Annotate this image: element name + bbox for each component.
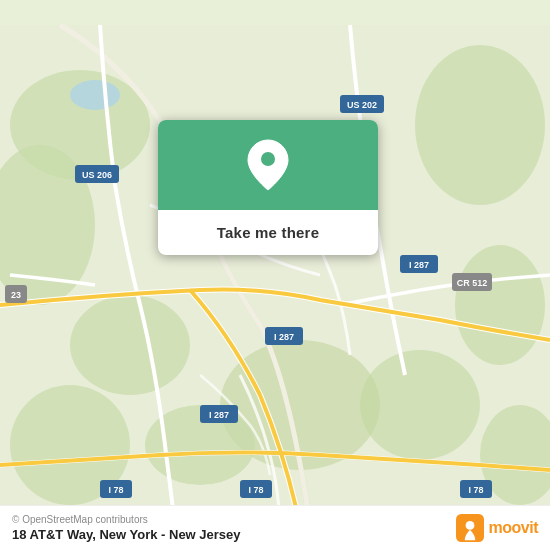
svg-text:I 287: I 287 <box>209 410 229 420</box>
take-me-there-button[interactable]: Take me there <box>217 224 319 241</box>
svg-text:23: 23 <box>11 290 21 300</box>
moovit-icon <box>456 514 484 542</box>
popup-card: Take me there <box>158 120 378 255</box>
popup-map-section <box>158 120 378 210</box>
location-pin-icon <box>246 138 290 192</box>
svg-text:US 202: US 202 <box>347 100 377 110</box>
svg-text:I 78: I 78 <box>468 485 483 495</box>
popup-button-section[interactable]: Take me there <box>158 210 378 255</box>
svg-text:I 287: I 287 <box>274 332 294 342</box>
bottom-bar: © OpenStreetMap contributors 18 AT&T Way… <box>0 505 550 550</box>
svg-text:US 206: US 206 <box>82 170 112 180</box>
copyright-text: © OpenStreetMap contributors <box>12 514 241 525</box>
bottom-left-info: © OpenStreetMap contributors 18 AT&T Way… <box>12 514 241 542</box>
svg-text:I 287: I 287 <box>409 260 429 270</box>
map-container: US 206 US 202 I 287 I 287 I 287 I 78 I 7… <box>0 0 550 550</box>
svg-text:I 78: I 78 <box>248 485 263 495</box>
address-text: 18 AT&T Way, New York - New Jersey <box>12 527 241 542</box>
svg-point-11 <box>70 80 120 110</box>
svg-text:CR 512: CR 512 <box>457 278 488 288</box>
moovit-logo: moovit <box>456 514 538 542</box>
moovit-text: moovit <box>489 519 538 537</box>
svg-point-32 <box>261 152 275 166</box>
svg-point-34 <box>465 521 474 530</box>
map-background: US 206 US 202 I 287 I 287 I 287 I 78 I 7… <box>0 0 550 550</box>
svg-point-3 <box>70 295 190 395</box>
svg-text:I 78: I 78 <box>108 485 123 495</box>
svg-point-5 <box>455 245 545 365</box>
svg-point-4 <box>415 45 545 205</box>
